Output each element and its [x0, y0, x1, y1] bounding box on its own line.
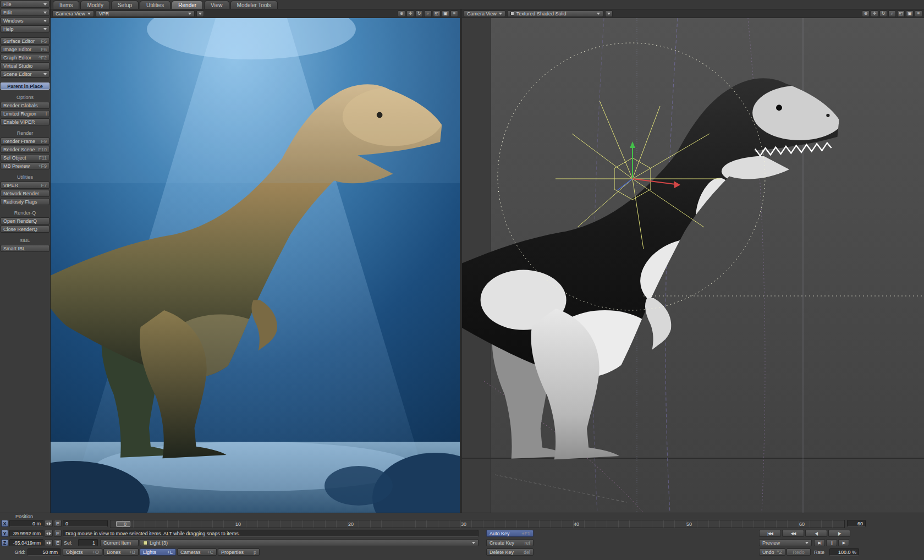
rotate-icon[interactable]: ↻	[879, 10, 887, 17]
pan-icon[interactable]: ✛	[406, 10, 414, 17]
tab-render[interactable]: Render	[172, 1, 203, 9]
pan-icon[interactable]: ✛	[871, 10, 878, 17]
view-mode-dropdown[interactable]: Camera View	[464, 10, 505, 17]
button-label: Lights	[143, 550, 156, 555]
chevron-down-icon	[43, 28, 47, 30]
sidebar-item-graph-editor[interactable]: Graph Editor^F2	[1, 54, 50, 61]
rate-value-field[interactable]: 100.0 %	[829, 548, 859, 556]
sidebar-item-close-renderq[interactable]: Close RenderQ	[1, 226, 50, 233]
shader-mode-dropdown[interactable]: VPR	[96, 10, 195, 17]
sidebar-item-scene-editor[interactable]: Scene Editor	[1, 70, 50, 78]
sidebar-item-image-editor[interactable]: Image EditorF6	[1, 46, 50, 53]
viewport-options-button[interactable]	[196, 10, 204, 17]
sidebar-item-sel-object[interactable]: Sel ObjectF11	[1, 154, 50, 161]
y-spinner[interactable]	[45, 530, 53, 537]
zoom-icon[interactable]: ⌕	[888, 10, 896, 17]
play-forward-button[interactable]: |▶	[828, 530, 850, 537]
render-canvas-left[interactable]	[51, 18, 460, 513]
z-axis-badge[interactable]: Z	[1, 539, 8, 546]
item-label: Enable VIPER	[3, 119, 35, 125]
viewport-menu-icon[interactable]: ≡	[915, 10, 922, 17]
sidebar-item-surface-editor[interactable]: Surface EditorF5	[1, 37, 50, 45]
mode-objects-button[interactable]: Objects+O	[63, 548, 102, 556]
x-axis-badge[interactable]: X	[1, 520, 8, 527]
menu-windows[interactable]: Windows	[1, 17, 50, 24]
viewport-menu-icon[interactable]: ≡	[450, 10, 458, 17]
viewport-layout-icon[interactable]: ◱	[897, 10, 905, 17]
z-spinner[interactable]	[45, 539, 53, 546]
menu-help[interactable]: Help	[1, 25, 50, 32]
delete-key-button[interactable]: Delete Keydel	[486, 548, 534, 556]
mode-bones-button[interactable]: Bones+B	[103, 548, 139, 556]
sidebar-item-mb-preview[interactable]: MB Preview+F9	[1, 162, 50, 169]
sidebar-item-render-globals[interactable]: Render Globals	[1, 102, 50, 109]
y-envelope-button[interactable]: E	[54, 530, 62, 537]
sidebar-item-smart-ibl[interactable]: Smart IBL	[1, 245, 50, 252]
sidebar-item-enable-viper[interactable]: Enable VIPER	[1, 118, 50, 125]
button-label: Preview	[762, 540, 780, 546]
play-button[interactable]: ▶	[838, 539, 849, 546]
viewport-layout-icon[interactable]: ◱	[433, 10, 441, 17]
view-mode-dropdown[interactable]: Camera View	[52, 10, 94, 17]
center-item-icon[interactable]: ⊕	[862, 10, 870, 17]
zoom-icon[interactable]: ⌕	[424, 10, 432, 17]
prev-keyframe-button[interactable]: ◀◀	[782, 530, 804, 537]
x-envelope-button[interactable]: E	[54, 520, 62, 527]
tab-utilities[interactable]: Utilities	[140, 1, 170, 9]
preview-dropdown[interactable]: Preview	[759, 539, 812, 546]
current-frame-field[interactable]: 0	[63, 520, 108, 527]
z-value-field[interactable]: -65.0419mm	[9, 539, 43, 546]
end-frame-field[interactable]: 60	[847, 520, 866, 527]
item-label: Virtual Studio	[3, 63, 32, 69]
sidebar-item-viper[interactable]: VIPERF7	[1, 182, 50, 189]
properties-button[interactable]: Propertiesp	[218, 548, 260, 556]
sidebar-item-virtual-studio[interactable]: Virtual Studio	[1, 62, 50, 69]
button-shortcut: +L	[167, 550, 173, 555]
render-view-icon[interactable]: ▣	[442, 10, 449, 17]
pause-button[interactable]: ||	[826, 539, 837, 546]
tab-modeler-tools[interactable]: Modeler Tools	[230, 1, 278, 9]
tab-items[interactable]: Items	[53, 1, 79, 9]
x-spinner[interactable]	[45, 520, 53, 527]
sidebar-item-open-renderq[interactable]: Open RenderQ	[1, 217, 50, 224]
sidebar-item-limited-region[interactable]: Limited Regionl	[1, 110, 50, 117]
sidebar-item-render-frame[interactable]: Render FrameF9	[1, 138, 50, 145]
center-item-icon[interactable]: ⊕	[398, 10, 405, 17]
tab-view[interactable]: View	[204, 1, 229, 9]
grid-size-field[interactable]: 50 mm	[28, 548, 61, 556]
sidebar-item-radiosity-flags[interactable]: Radiosity Flags	[1, 198, 50, 205]
next-frame-button[interactable]: ▶|	[814, 539, 825, 546]
mode-lights-button[interactable]: Lights+L	[140, 548, 176, 556]
sidebar-item-render-scene[interactable]: Render SceneF10	[1, 146, 50, 153]
rotate-icon[interactable]: ↻	[415, 10, 423, 17]
parent-in-place-button[interactable]: Parent in Place	[1, 83, 50, 90]
redo-button[interactable]: Redo	[787, 548, 811, 556]
undo-button[interactable]: Undo^Z	[759, 548, 785, 556]
y-axis-badge[interactable]: Y	[1, 530, 8, 537]
tab-modify[interactable]: Modify	[80, 1, 109, 9]
auto-key-button[interactable]: Auto Key+F1	[486, 530, 534, 537]
shader-mode-dropdown[interactable]: Textured Shaded Solid	[507, 10, 603, 17]
prev-frame-button[interactable]: ◀|	[805, 530, 827, 537]
menu-edit[interactable]: Edit	[1, 9, 50, 16]
playhead[interactable]	[116, 521, 130, 527]
x-value-field[interactable]: 0 m	[9, 520, 43, 527]
timeline-ruler[interactable]: 0 10 20 30 40 50 60	[110, 520, 845, 528]
viewport-options-button[interactable]	[605, 10, 613, 17]
z-envelope-button[interactable]: E	[54, 539, 62, 546]
button-shortcut: ret	[524, 540, 530, 546]
menu-file[interactable]: File	[1, 1, 50, 8]
create-key-button[interactable]: Create Keyret	[486, 539, 534, 546]
y-value-field[interactable]: 39.9992 mm	[9, 530, 43, 537]
button-label: Objects	[66, 550, 83, 555]
go-to-start-button[interactable]: |◀◀	[759, 530, 781, 537]
current-item-dropdown[interactable]: Light (3)	[140, 539, 479, 546]
item-label: Render Globals	[3, 103, 38, 108]
current-item-button[interactable]: Current Item	[100, 539, 139, 546]
render-view-icon[interactable]: ▣	[906, 10, 914, 17]
mode-cameras-button[interactable]: Cameras+C	[177, 548, 217, 556]
render-canvas-right[interactable]	[462, 18, 924, 513]
item-shortcut: F10	[38, 147, 47, 152]
tab-setup[interactable]: Setup	[111, 1, 139, 9]
sidebar-item-network-render[interactable]: Network Render	[1, 190, 50, 197]
